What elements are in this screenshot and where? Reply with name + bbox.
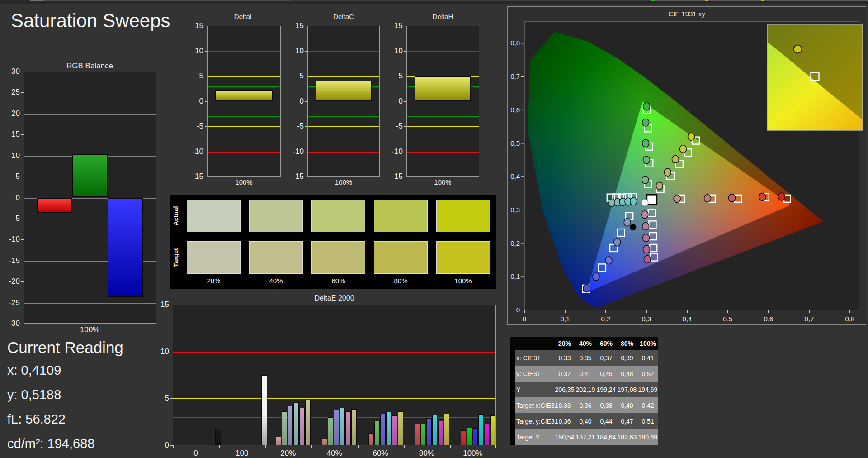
delta-chart-title-DeltaH: DeltaH [406, 13, 479, 20]
cie-measured-point-green [643, 156, 650, 164]
rgb-ytick-mark [21, 198, 24, 198]
cie-black-dot [630, 224, 636, 230]
deltae-bar-100%-3 [478, 414, 484, 445]
toolbar-strip-segment [0, 0, 30, 1]
delta-ytick-label: -10 [287, 147, 304, 156]
deltae-xtick-mark [358, 445, 359, 448]
delta-ytick-label: -15 [287, 172, 304, 181]
swatch-actual-40% [249, 200, 303, 232]
table-row-label: Target Y [516, 429, 554, 445]
deltae-bar-60%-4 [392, 415, 397, 445]
deltae-bar-80%-2 [426, 418, 432, 445]
cie-measured-point-red [674, 195, 680, 202]
cie-xtick-label: 0,5 [723, 315, 733, 323]
table-value-cell: 0,52 [637, 366, 658, 382]
delta-ytick-mark [205, 101, 207, 102]
rgb-xaxis-label: 100% [24, 325, 156, 334]
deltae-ytick-label: 5 [152, 394, 169, 403]
delta-ytick-label: 5 [186, 72, 203, 81]
deltae-bar-40%-0 [322, 439, 327, 445]
table-value-cell: 0,33 [554, 397, 575, 413]
delta-ytick-label: -5 [386, 122, 403, 131]
delta-xaxis-label: 100% [207, 178, 281, 186]
rgb-ytick-mark [21, 261, 24, 261]
swatch-target-60% [311, 241, 365, 274]
delta-limit-line [308, 126, 379, 127]
delta-limit-line [208, 152, 280, 153]
deltae-bar-60%-5 [398, 411, 403, 445]
deltae-bar-100%-0 [461, 430, 466, 445]
delta-chart-title-DeltaL: DeltaL [207, 13, 281, 20]
delta-limit-line [407, 116, 479, 117]
delta-bar-DeltaH [415, 76, 471, 101]
page-title: Saturation Sweeps [11, 10, 170, 32]
delta-limit-line [407, 152, 479, 153]
cie-ytick-label: 0,7 [510, 72, 520, 80]
deltae-bar-40%-5 [351, 409, 357, 445]
calibration-report-page: Saturation Sweeps RGB Balance30252015105… [0, 0, 868, 458]
delta-ytick-mark [404, 126, 406, 127]
swatch-col-label: 80% [374, 277, 428, 285]
delta-ytick-mark [404, 26, 406, 26]
rgb-ytick-label: -30 [1, 319, 20, 328]
swatch-row-label-target: Target [172, 243, 180, 272]
deltae-bar-60%-0 [368, 433, 374, 445]
swatch-target-100% [436, 241, 490, 274]
delta-limit-line [208, 86, 280, 87]
cie-measured-point-magenta [642, 211, 648, 219]
swatch-col-label: 100% [436, 277, 490, 285]
delta-ytick-mark [305, 26, 307, 26]
delta-limit-line [308, 51, 379, 52]
toolbar-strip-segment [705, 0, 708, 1]
deltae-bar-80%-0 [415, 424, 420, 445]
cie-measured-point-yellow [664, 168, 671, 176]
table-value-cell: 187,21 [575, 429, 596, 445]
delta-ytick-label: -15 [386, 172, 403, 181]
rgb-ytick-mark [21, 92, 24, 93]
deltae-ytick-label: 10 [152, 347, 169, 356]
cie-ytick-label: 0,5 [510, 139, 520, 147]
rgb-ytick-mark [21, 303, 24, 303]
table-header-cell: 80% [617, 337, 637, 350]
deltae-ytick-mark [170, 352, 173, 352]
cie-diagram-svg: 00,10,20,30,40,50,60,70,800,10,20,30,40,… [507, 6, 866, 325]
delta-limit-line [407, 126, 479, 127]
swatch-target-40% [249, 241, 303, 274]
rgb-ytick-label: 5 [1, 172, 20, 181]
delta-ytick-mark [404, 101, 406, 102]
deltae-xtick-mark [450, 445, 451, 448]
rgb-ytick-mark [21, 281, 24, 282]
current-reading-cdm2: cd/m²: 194,688 [7, 436, 123, 451]
deltae-xtick-mark [265, 445, 266, 448]
rgb-ytick-label: -10 [1, 235, 20, 244]
cie-measured-point-green [642, 119, 649, 126]
delta-ytick-mark [205, 152, 207, 152]
current-reading-y: y: 0,5188 [7, 387, 123, 402]
toolbar-strip-segment [651, 0, 655, 1]
table-row-label: Target y:CIE31 [516, 413, 554, 429]
delta-ytick-label: 15 [287, 21, 304, 30]
delta-limit-line [208, 51, 280, 52]
deltae-ytick-mark [170, 305, 173, 305]
toolbar-strip-segment [30, 0, 43, 1]
toolbar-strip-segment [708, 0, 761, 1]
cie-measured-point-magenta [643, 234, 650, 242]
delta-ytick-mark [305, 76, 307, 76]
rgb-bar-blue [108, 198, 143, 297]
deltae-bar-20%-5 [305, 400, 311, 445]
toolbar-strip-segment [43, 0, 290, 1]
rgb-ytick-label: 30 [1, 67, 20, 76]
rgb-ytick-label: 20 [1, 109, 20, 118]
rgb-ytick-label: 15 [1, 130, 20, 139]
table-value-cell: 0,37 [554, 366, 575, 382]
deltae-bar-40%-1 [328, 417, 333, 445]
delta-ytick-mark [205, 177, 207, 177]
delta-limit-line [308, 152, 379, 153]
cie-ytick-label: 0,1 [510, 272, 520, 280]
cie-inset-measured-point [794, 45, 802, 53]
delta-ytick-label: 10 [386, 47, 403, 56]
delta-ytick-mark [404, 177, 406, 177]
cie-xtick-label: 0,1 [561, 315, 570, 323]
cie-xtick-label: 0 [523, 315, 526, 323]
deltae-xtick-mark [173, 445, 174, 448]
